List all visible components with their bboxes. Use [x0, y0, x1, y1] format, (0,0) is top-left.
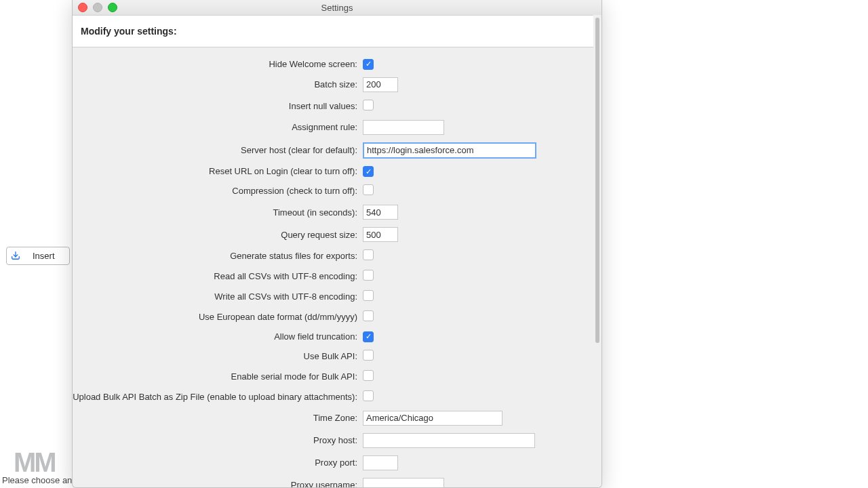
- control-query_req_size: [363, 227, 593, 242]
- settings-dialog: Settings Modify your settings: Hide Welc…: [72, 0, 602, 488]
- label-insert_null: Insert null values:: [73, 101, 357, 111]
- label-bulk_zip: Upload Bulk API Batch as Zip File (enabl…: [73, 392, 357, 402]
- control-compression: [363, 184, 593, 197]
- input-assignment_rule[interactable]: [363, 120, 444, 135]
- settings-form: Hide Welcome screen:✓Batch size:Insert n…: [73, 46, 593, 487]
- control-use_bulk: [363, 350, 593, 363]
- input-timeout[interactable]: [363, 205, 398, 220]
- download-icon: [11, 251, 20, 262]
- titlebar: Settings: [73, 0, 601, 16]
- checkbox-reset_url[interactable]: ✓: [363, 166, 374, 177]
- logo: MM: [14, 453, 55, 472]
- label-batch_size: Batch size:: [73, 79, 357, 89]
- status-text: Please choose an: [2, 475, 72, 485]
- label-allow_trunc: Allow field truncation:: [73, 331, 357, 342]
- control-server_host: [363, 142, 593, 159]
- label-timeout: Timeout (in seconds):: [73, 207, 357, 218]
- checkbox-allow_trunc[interactable]: ✓: [363, 331, 374, 342]
- label-gen_status_files: Generate status files for exports:: [73, 251, 357, 261]
- zoom-icon[interactable]: [108, 3, 117, 12]
- checkbox-insert_null[interactable]: [363, 100, 374, 110]
- checkbox-hide_welcome[interactable]: ✓: [363, 59, 374, 70]
- input-time_zone[interactable]: [363, 411, 502, 426]
- checkbox-gen_status_files[interactable]: [363, 249, 374, 260]
- input-server_host[interactable]: [363, 142, 536, 159]
- close-icon[interactable]: [78, 3, 87, 12]
- checkbox-euro_date[interactable]: [363, 310, 374, 321]
- label-serial_bulk: Enable serial mode for Bulk API:: [73, 371, 357, 382]
- control-bulk_zip: [363, 390, 593, 403]
- label-proxy_host: Proxy host:: [73, 435, 357, 445]
- control-time_zone: [363, 411, 593, 426]
- control-batch_size: [363, 77, 593, 92]
- checkbox-read_utf8[interactable]: [363, 270, 374, 281]
- input-proxy_host[interactable]: [363, 433, 535, 448]
- checkbox-compression[interactable]: [363, 184, 374, 195]
- scrollbar[interactable]: [593, 15, 601, 487]
- control-proxy_host: [363, 433, 593, 448]
- label-time_zone: Time Zone:: [73, 413, 357, 423]
- input-proxy_port[interactable]: [363, 455, 398, 470]
- scrollbar-thumb[interactable]: [595, 18, 599, 343]
- checkbox-use_bulk[interactable]: [363, 350, 374, 361]
- label-write_utf8: Write all CSVs with UTF-8 encoding:: [73, 291, 357, 302]
- settings-scroll-area[interactable]: Hide Welcome screen:✓Batch size:Insert n…: [73, 46, 593, 487]
- input-batch_size[interactable]: [363, 77, 398, 92]
- checkbox-bulk_zip[interactable]: [363, 390, 374, 401]
- label-query_req_size: Query request size:: [73, 230, 357, 240]
- control-hide_welcome: ✓: [363, 58, 593, 70]
- insert-button[interactable]: Insert: [6, 247, 70, 265]
- control-read_utf8: [363, 270, 593, 283]
- input-proxy_user[interactable]: [363, 478, 444, 488]
- control-proxy_port: [363, 455, 593, 470]
- label-use_bulk: Use Bulk API:: [73, 351, 357, 361]
- control-assignment_rule: [363, 120, 593, 135]
- label-read_utf8: Read all CSVs with UTF-8 encoding:: [73, 271, 357, 281]
- control-euro_date: [363, 310, 593, 323]
- control-timeout: [363, 205, 593, 220]
- label-assignment_rule: Assignment rule:: [73, 122, 357, 132]
- minimize-icon[interactable]: [93, 3, 102, 12]
- label-server_host: Server host (clear for default):: [73, 145, 357, 155]
- input-query_req_size[interactable]: [363, 227, 398, 242]
- checkbox-write_utf8[interactable]: [363, 290, 374, 301]
- label-hide_welcome: Hide Welcome screen:: [73, 59, 357, 69]
- label-proxy_port: Proxy port:: [73, 458, 357, 468]
- checkbox-serial_bulk[interactable]: [363, 370, 374, 381]
- control-proxy_user: [363, 478, 593, 488]
- control-allow_trunc: ✓: [363, 331, 593, 342]
- dialog-header: Modify your settings:: [73, 16, 601, 47]
- control-serial_bulk: [363, 370, 593, 383]
- label-reset_url: Reset URL on Login (clear to turn off):: [73, 166, 357, 176]
- label-compression: Compression (check to turn off):: [73, 186, 357, 196]
- control-write_utf8: [363, 290, 593, 303]
- insert-button-label: Insert: [33, 251, 55, 261]
- traffic-lights: [78, 3, 117, 12]
- window-title: Settings: [321, 3, 353, 13]
- dialog-subtitle: Modify your settings:: [81, 26, 177, 37]
- control-insert_null: [363, 100, 593, 113]
- control-reset_url: ✓: [363, 166, 593, 178]
- label-euro_date: Use European date format (dd/mm/yyyy): [73, 312, 357, 322]
- control-gen_status_files: [363, 249, 593, 262]
- label-proxy_user: Proxy username:: [73, 480, 357, 487]
